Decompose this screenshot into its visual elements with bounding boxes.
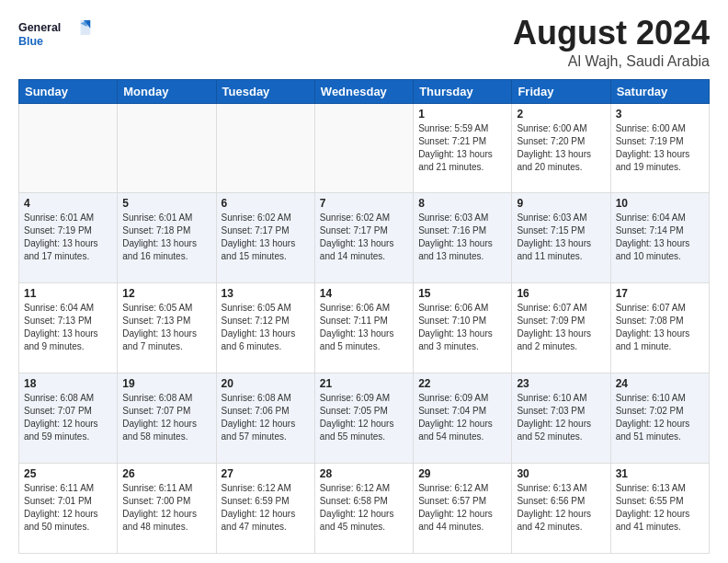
- day-info: Sunrise: 5:59 AM Sunset: 7:21 PM Dayligh…: [418, 122, 506, 174]
- day-number: 7: [320, 197, 408, 210]
- col-header-thursday: Thursday: [414, 79, 512, 103]
- day-info: Sunrise: 6:06 AM Sunset: 7:10 PM Dayligh…: [418, 302, 506, 353]
- day-number: 9: [517, 197, 605, 210]
- day-number: 25: [24, 467, 112, 480]
- sub-title: Al Wajh, Saudi Arabia: [513, 53, 710, 70]
- svg-text:General: General: [18, 21, 61, 34]
- day-info: Sunrise: 6:04 AM Sunset: 7:14 PM Dayligh…: [616, 212, 704, 263]
- day-info: Sunrise: 6:13 AM Sunset: 6:56 PM Dayligh…: [517, 482, 605, 534]
- day-number: 5: [122, 197, 210, 210]
- calendar-cell: 29Sunrise: 6:12 AM Sunset: 6:57 PM Dayli…: [414, 464, 512, 554]
- day-number: 29: [418, 467, 506, 480]
- day-info: Sunrise: 6:08 AM Sunset: 7:06 PM Dayligh…: [222, 392, 310, 443]
- svg-text:Blue: Blue: [18, 35, 43, 48]
- day-info: Sunrise: 6:12 AM Sunset: 6:59 PM Dayligh…: [222, 482, 310, 534]
- day-info: Sunrise: 6:05 AM Sunset: 7:12 PM Dayligh…: [222, 302, 310, 353]
- page: General Blue August 2024 Al Wajh, Saudi …: [0, 0, 728, 563]
- day-info: Sunrise: 6:05 AM Sunset: 7:13 PM Dayligh…: [122, 302, 210, 353]
- day-info: Sunrise: 6:09 AM Sunset: 7:05 PM Dayligh…: [320, 392, 408, 443]
- day-info: Sunrise: 6:01 AM Sunset: 7:18 PM Dayligh…: [122, 212, 210, 263]
- calendar-cell: 3Sunrise: 6:00 AM Sunset: 7:19 PM Daylig…: [610, 103, 709, 193]
- day-number: 16: [517, 287, 605, 300]
- day-info: Sunrise: 6:00 AM Sunset: 7:19 PM Dayligh…: [616, 122, 704, 174]
- day-number: 1: [418, 108, 506, 121]
- calendar-cell: 4Sunrise: 6:01 AM Sunset: 7:19 PM Daylig…: [19, 193, 118, 283]
- col-header-friday: Friday: [512, 79, 610, 103]
- day-number: 17: [616, 287, 704, 300]
- col-header-sunday: Sunday: [19, 79, 118, 103]
- day-info: Sunrise: 6:03 AM Sunset: 7:16 PM Dayligh…: [418, 212, 506, 263]
- day-number: 10: [616, 197, 704, 210]
- calendar-week-row: 18Sunrise: 6:08 AM Sunset: 7:07 PM Dayli…: [19, 373, 710, 464]
- calendar-cell: 14Sunrise: 6:06 AM Sunset: 7:11 PM Dayli…: [314, 283, 413, 373]
- day-number: 15: [418, 287, 506, 300]
- day-number: 31: [616, 467, 704, 480]
- calendar-cell: 1Sunrise: 5:59 AM Sunset: 7:21 PM Daylig…: [414, 103, 512, 193]
- day-number: 22: [418, 377, 506, 390]
- calendar-cell: 7Sunrise: 6:02 AM Sunset: 7:17 PM Daylig…: [314, 193, 413, 283]
- day-number: 30: [517, 467, 605, 480]
- calendar-cell: 5Sunrise: 6:01 AM Sunset: 7:18 PM Daylig…: [118, 193, 216, 283]
- calendar-cell: 22Sunrise: 6:09 AM Sunset: 7:04 PM Dayli…: [414, 373, 512, 464]
- day-info: Sunrise: 6:01 AM Sunset: 7:19 PM Dayligh…: [24, 212, 112, 263]
- calendar-cell: 25Sunrise: 6:11 AM Sunset: 7:01 PM Dayli…: [19, 464, 118, 554]
- calendar-cell: 8Sunrise: 6:03 AM Sunset: 7:16 PM Daylig…: [414, 193, 512, 283]
- day-info: Sunrise: 6:02 AM Sunset: 7:17 PM Dayligh…: [222, 212, 310, 263]
- calendar-cell: 13Sunrise: 6:05 AM Sunset: 7:12 PM Dayli…: [216, 283, 314, 373]
- calendar-cell: 23Sunrise: 6:10 AM Sunset: 7:03 PM Dayli…: [512, 373, 610, 464]
- calendar-cell: 9Sunrise: 6:03 AM Sunset: 7:15 PM Daylig…: [512, 193, 610, 283]
- calendar-cell: 27Sunrise: 6:12 AM Sunset: 6:59 PM Dayli…: [216, 464, 314, 554]
- day-number: 4: [24, 197, 112, 210]
- header: General Blue August 2024 Al Wajh, Saudi …: [18, 15, 710, 70]
- day-number: 24: [616, 377, 704, 390]
- day-number: 2: [517, 108, 605, 121]
- calendar-cell: [314, 103, 413, 193]
- calendar-cell: [118, 103, 216, 193]
- calendar-week-row: 25Sunrise: 6:11 AM Sunset: 7:01 PM Dayli…: [19, 464, 710, 554]
- day-number: 20: [222, 377, 310, 390]
- day-number: 14: [320, 287, 408, 300]
- col-header-tuesday: Tuesday: [216, 79, 314, 103]
- calendar-cell: 28Sunrise: 6:12 AM Sunset: 6:58 PM Dayli…: [314, 464, 413, 554]
- day-info: Sunrise: 6:08 AM Sunset: 7:07 PM Dayligh…: [122, 392, 210, 443]
- calendar-cell: [216, 103, 314, 193]
- day-info: Sunrise: 6:12 AM Sunset: 6:58 PM Dayligh…: [320, 482, 408, 534]
- col-header-monday: Monday: [118, 79, 216, 103]
- day-info: Sunrise: 6:10 AM Sunset: 7:02 PM Dayligh…: [616, 392, 704, 443]
- day-number: 19: [122, 377, 210, 390]
- calendar-cell: 6Sunrise: 6:02 AM Sunset: 7:17 PM Daylig…: [216, 193, 314, 283]
- day-info: Sunrise: 6:07 AM Sunset: 7:08 PM Dayligh…: [616, 302, 704, 353]
- calendar-cell: 12Sunrise: 6:05 AM Sunset: 7:13 PM Dayli…: [118, 283, 216, 373]
- day-number: 12: [122, 287, 210, 300]
- logo-svg: General Blue: [18, 15, 92, 53]
- calendar-cell: 17Sunrise: 6:07 AM Sunset: 7:08 PM Dayli…: [610, 283, 709, 373]
- day-number: 21: [320, 377, 408, 390]
- day-number: 26: [122, 467, 210, 480]
- day-number: 28: [320, 467, 408, 480]
- calendar-cell: 11Sunrise: 6:04 AM Sunset: 7:13 PM Dayli…: [19, 283, 118, 373]
- col-header-saturday: Saturday: [610, 79, 709, 103]
- col-header-wednesday: Wednesday: [314, 79, 413, 103]
- day-info: Sunrise: 6:13 AM Sunset: 6:55 PM Dayligh…: [616, 482, 704, 534]
- day-info: Sunrise: 6:08 AM Sunset: 7:07 PM Dayligh…: [24, 392, 112, 443]
- calendar-cell: 21Sunrise: 6:09 AM Sunset: 7:05 PM Dayli…: [314, 373, 413, 464]
- day-info: Sunrise: 6:12 AM Sunset: 6:57 PM Dayligh…: [418, 482, 506, 534]
- calendar-cell: 20Sunrise: 6:08 AM Sunset: 7:06 PM Dayli…: [216, 373, 314, 464]
- day-info: Sunrise: 6:02 AM Sunset: 7:17 PM Dayligh…: [320, 212, 408, 263]
- calendar-cell: 30Sunrise: 6:13 AM Sunset: 6:56 PM Dayli…: [512, 464, 610, 554]
- calendar-cell: 16Sunrise: 6:07 AM Sunset: 7:09 PM Dayli…: [512, 283, 610, 373]
- calendar-week-row: 4Sunrise: 6:01 AM Sunset: 7:19 PM Daylig…: [19, 193, 710, 283]
- calendar-header-row: SundayMondayTuesdayWednesdayThursdayFrid…: [19, 79, 710, 103]
- day-info: Sunrise: 6:11 AM Sunset: 7:01 PM Dayligh…: [24, 482, 112, 534]
- day-info: Sunrise: 6:04 AM Sunset: 7:13 PM Dayligh…: [24, 302, 112, 353]
- day-number: 13: [222, 287, 310, 300]
- day-number: 27: [222, 467, 310, 480]
- day-number: 8: [418, 197, 506, 210]
- day-number: 23: [517, 377, 605, 390]
- logo: General Blue: [18, 15, 92, 53]
- day-info: Sunrise: 6:06 AM Sunset: 7:11 PM Dayligh…: [320, 302, 408, 353]
- main-title: August 2024: [513, 15, 710, 52]
- calendar-cell: 10Sunrise: 6:04 AM Sunset: 7:14 PM Dayli…: [610, 193, 709, 283]
- calendar-week-row: 11Sunrise: 6:04 AM Sunset: 7:13 PM Dayli…: [19, 283, 710, 373]
- calendar-cell: 19Sunrise: 6:08 AM Sunset: 7:07 PM Dayli…: [118, 373, 216, 464]
